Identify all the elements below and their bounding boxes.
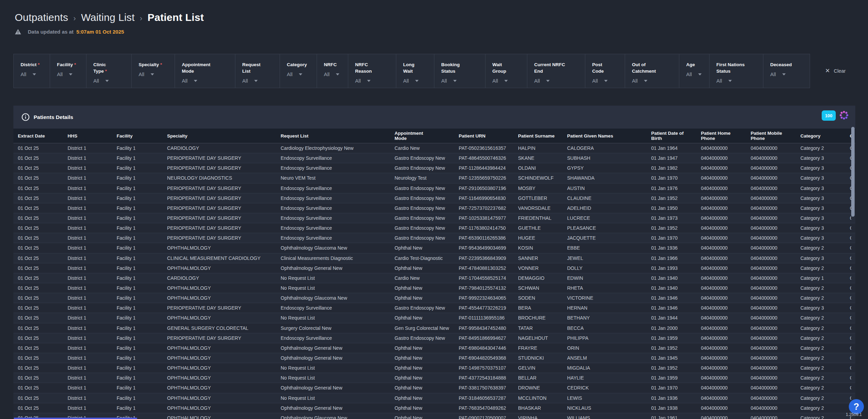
table-row[interactable]: 01 Oct 25District 1Facility 1PERIOPERATI… [13, 163, 855, 173]
table-row[interactable]: 01 Oct 25District 1Facility 1PERIOPERATI… [13, 223, 855, 233]
table-row[interactable]: 01 Oct 25District 1Facility 1OPHTHALMOLO… [13, 383, 855, 393]
filter-dropdown-district[interactable]: All [21, 71, 48, 77]
filter-dropdown-booking-status[interactable]: All [441, 78, 483, 84]
col-header-given[interactable]: Patient Given Names [567, 129, 647, 143]
table-row[interactable]: 01 Oct 25District 1Facility 1OPHTHALMOLO… [13, 373, 855, 383]
col-header-hhs[interactable]: HHS [68, 129, 112, 143]
filter-dropdown-request-list[interactable]: All [242, 78, 278, 84]
col-header-category[interactable]: Category [800, 129, 846, 143]
table-row[interactable]: 01 Oct 25District 1Facility 1PERIOPERATI… [13, 183, 855, 193]
cell-cut: C [850, 363, 851, 373]
table-row[interactable]: 01 Oct 25District 1Facility 1OPHTHALMOLO… [13, 243, 855, 253]
cell-category: Category 2 [800, 363, 846, 373]
cell-specialty: PERIOPERATIVE DAY SURGERY [167, 213, 276, 223]
cell-category: Category 2 [800, 373, 846, 383]
cell-category: Category 3 [800, 233, 846, 243]
filter-dropdown-out-of-catchment[interactable]: All [632, 78, 677, 84]
cell-request: Endoscopy Surveillance [281, 233, 390, 243]
data-updated-notice: Data updated as at 5:07am 01 Oct 2025 [15, 29, 124, 35]
filter-dropdown-nrfc-reason[interactable]: All [355, 78, 394, 84]
table-row[interactable]: 01 Oct 25District 1Facility 1OPHTHALMOLO… [13, 283, 855, 293]
cell-facility: Facility 1 [117, 333, 163, 343]
cell-facility: Facility 1 [117, 393, 163, 403]
filter-dropdown-age[interactable]: All [686, 71, 707, 77]
filter-value: All [686, 71, 692, 77]
col-header-surname[interactable]: Patient Surname [518, 129, 563, 143]
table-row[interactable]: 01 Oct 25District 1Facility 1PERIOPERATI… [13, 153, 855, 163]
cell-facility: Facility 1 [117, 143, 163, 153]
cell-category: Category 2 [800, 143, 846, 153]
filter-dropdown-category[interactable]: All [287, 71, 315, 77]
filter-label: NRFC [324, 61, 346, 68]
col-header-mobile[interactable]: Patient Mobile Phone [751, 129, 796, 143]
table-row[interactable]: 01 Oct 25District 1Facility 1OPHTHALMOLO… [13, 363, 855, 373]
cell-dob: 01 Jan 1945 [651, 353, 696, 363]
filter-dropdown-current-nrfc-end[interactable]: All [534, 78, 583, 84]
cell-hhs: District 1 [68, 213, 112, 223]
col-header-mode[interactable]: Appointment Mode [395, 129, 454, 143]
cell-surname: SCHWAN [518, 283, 563, 293]
cell-urn: PAT-95436499034699 [459, 243, 514, 253]
table-row[interactable]: 01 Oct 25District 1Facility 1GENERAL SUR… [13, 323, 855, 333]
table-row[interactable]: 01 Oct 25District 1Facility 1OPHTHALMOLO… [13, 263, 855, 273]
breadcrumb-item[interactable]: Waiting List [81, 12, 134, 23]
cell-dob: 01 Jan 1936 [651, 393, 696, 403]
filter-dropdown-appointment-mode[interactable]: All [182, 78, 233, 84]
filter-dropdown-clinic-type[interactable]: All [93, 78, 129, 84]
col-header-specialty[interactable]: Specialty [167, 129, 276, 143]
cell-specialty: CARDIOLOGY [167, 143, 276, 153]
filter-dropdown-post-code[interactable]: All [592, 78, 623, 84]
breadcrumb-item[interactable]: Outpatients [15, 12, 68, 23]
table-row[interactable]: 01 Oct 25District 1Facility 1CLINICAL ME… [13, 253, 855, 263]
cell-request: Ophthalmology General New [281, 263, 390, 273]
cell-category: Category 3 [800, 173, 846, 183]
table-row[interactable]: 01 Oct 25District 1Facility 1PERIOPERATI… [13, 303, 855, 313]
cell-category: Category 2 [800, 263, 846, 273]
table-row[interactable]: 01 Oct 25District 1Facility 1NEUROLOGY D… [13, 173, 855, 183]
cell-given: MIGDALIA [567, 363, 647, 373]
col-header-urn[interactable]: Patient URN [459, 129, 514, 143]
cell-given: JACQUETTE [567, 233, 647, 243]
table-row[interactable]: 01 Oct 25District 1Facility 1PERIOPERATI… [13, 333, 855, 343]
table-row[interactable]: 01 Oct 25District 1Facility 1OPHTHALMOLO… [13, 353, 855, 363]
filter-dropdown-facility[interactable]: All [57, 71, 84, 77]
cell-home: 0404000000 [701, 323, 746, 333]
table-row[interactable]: 01 Oct 25District 1Facility 1PERIOPERATI… [13, 213, 855, 223]
cell-given: GYPSY [567, 163, 647, 173]
filter-dropdown-first-nations-status[interactable]: All [716, 78, 761, 84]
table-row[interactable]: 01 Oct 25District 1Facility 1OPHTHALMOLO… [13, 393, 855, 403]
cell-category: Category 2 [800, 243, 846, 253]
cell-mode: Gastro Endoscopy New [395, 193, 454, 203]
filter-dropdown-wait-group[interactable]: All [492, 78, 525, 84]
table-row[interactable]: 01 Oct 25District 1Facility 1OPHTHALMOLO… [13, 403, 855, 413]
filter-dropdown-long-wait[interactable]: All [403, 78, 432, 84]
cell-given: VICTORINE [567, 293, 647, 303]
horizontal-scrollbar[interactable] [14, 418, 137, 419]
table-row[interactable]: 01 Oct 25District 1Facility 1CARDIOLOGYC… [13, 143, 855, 153]
table-row[interactable]: 01 Oct 25District 1Facility 1PERIOPERATI… [13, 233, 855, 243]
filter-dropdown-specialty[interactable]: All [139, 71, 173, 77]
table-row[interactable]: 01 Oct 25District 1Facility 1OPHTHALMOLO… [13, 293, 855, 303]
col-header-facility[interactable]: Facility [117, 129, 163, 143]
col-header-extract[interactable]: Extract Date [18, 129, 63, 143]
table-row[interactable]: 01 Oct 25District 1Facility 1PERIOPERATI… [13, 193, 855, 203]
table-row[interactable]: 01 Oct 25District 1Facility 1CARDIOLOGYN… [13, 273, 855, 283]
table-row[interactable]: 01 Oct 25District 1Facility 1OPHTHALMOLO… [13, 343, 855, 353]
filter-long-wait: Long WaitAll [396, 54, 434, 88]
cell-mode: Gastro Endoscopy New [395, 153, 454, 163]
clear-filters-button[interactable]: ✕ Clear [825, 68, 846, 74]
filter-dropdown-deceased[interactable]: All [770, 71, 808, 77]
table-row[interactable]: 01 Oct 25District 1Facility 1OPHTHALMOLO… [13, 413, 855, 419]
vertical-scrollbar[interactable] [851, 127, 855, 217]
col-header-request[interactable]: Request List [281, 129, 390, 143]
table-row[interactable]: 01 Oct 25District 1Facility 1PERIOPERATI… [13, 203, 855, 213]
filter-dropdown-nrfc[interactable]: All [324, 71, 346, 77]
col-header-dob[interactable]: Patient Date of Birth [651, 129, 696, 143]
table-row[interactable]: 01 Oct 25District 1Facility 1OPHTHALMOLO… [13, 313, 855, 323]
filter-label: Post Code [592, 61, 623, 74]
filter-value: All [355, 78, 361, 84]
col-header-home[interactable]: Patient Home Phone [701, 129, 746, 143]
cell-mode: Ophthal New [395, 363, 454, 373]
cell-hhs: District 1 [68, 173, 112, 183]
cell-surname: STUDNICKI [518, 353, 563, 363]
